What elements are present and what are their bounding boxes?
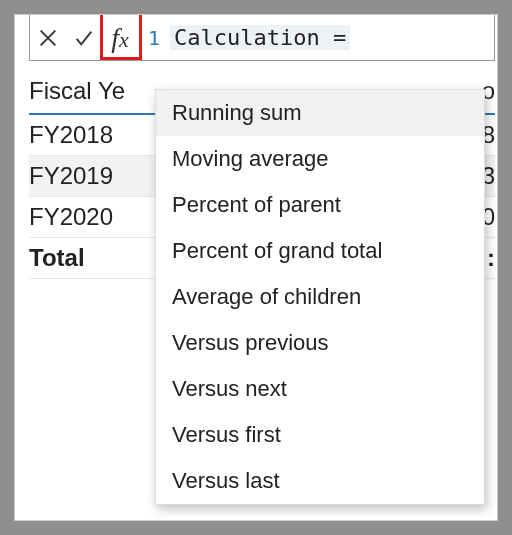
total-label: Total [29,244,139,272]
formula-input[interactable]: Calculation = [170,25,350,50]
dropdown-item-versus-next[interactable]: Versus next [156,366,484,412]
dropdown-item-percent-of-parent[interactable]: Percent of parent [156,182,484,228]
cell-year: FY2020 [29,203,139,231]
fx-icon[interactable]: fx [102,15,138,60]
dropdown-item-average-of-children[interactable]: Average of children [156,274,484,320]
formula-bar: fx 1 Calculation = [29,15,495,61]
app-window: fx 1 Calculation = Fiscal Ye o FY2018 8 … [14,14,498,521]
cell-year: FY2019 [29,162,139,190]
cell-year: FY2018 [29,121,139,149]
header-fiscal-year[interactable]: Fiscal Ye [29,77,139,105]
dropdown-item-versus-last[interactable]: Versus last [156,458,484,504]
dropdown-item-moving-average[interactable]: Moving average [156,136,484,182]
dropdown-item-versus-first[interactable]: Versus first [156,412,484,458]
line-number: 1 [148,26,160,50]
dropdown-item-running-sum[interactable]: Running sum [156,90,484,136]
calculation-dropdown: Running sum Moving average Percent of pa… [155,89,485,505]
commit-icon[interactable] [66,15,102,60]
cancel-icon[interactable] [30,15,66,60]
dropdown-item-versus-previous[interactable]: Versus previous [156,320,484,366]
dropdown-item-percent-of-grand-total[interactable]: Percent of grand total [156,228,484,274]
